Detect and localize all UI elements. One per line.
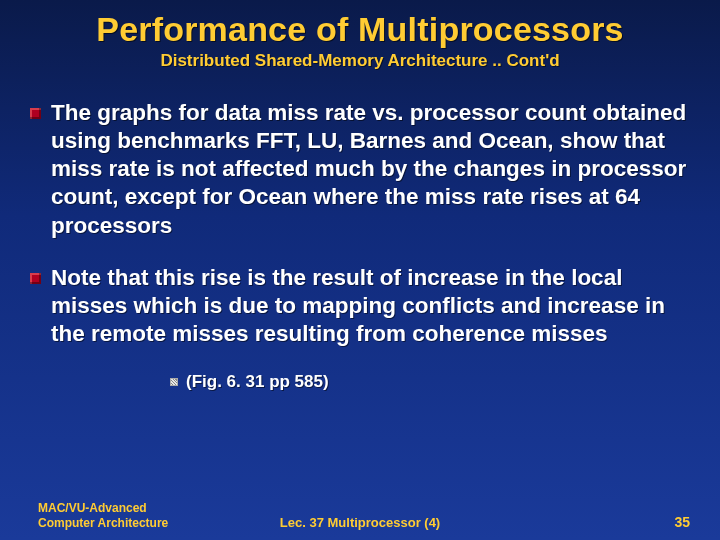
footer-left: MAC/VU-Advanced Computer Architecture [38, 501, 198, 530]
slide-number: 35 [674, 514, 690, 530]
square-bullet-icon [30, 273, 41, 284]
slide-content: The graphs for data miss rate vs. proces… [20, 99, 700, 392]
square-bullet-icon [30, 108, 41, 119]
bullet-item: The graphs for data miss rate vs. proces… [30, 99, 692, 240]
footer-center: Lec. 37 Multiprocessor (4) [280, 515, 440, 530]
slide-footer: MAC/VU-Advanced Computer Architecture Le… [0, 501, 720, 530]
sub-bullet-text: (Fig. 6. 31 pp 585) [186, 372, 329, 392]
bullet-item: Note that this rise is the result of inc… [30, 264, 692, 348]
slide-title: Performance of Multiprocessors [20, 10, 700, 49]
slide-subtitle: Distributed Shared-Memory Architecture .… [20, 51, 700, 71]
bullet-text: The graphs for data miss rate vs. proces… [51, 99, 692, 240]
bullet-text: Note that this rise is the result of inc… [51, 264, 692, 348]
sub-bullet-item: (Fig. 6. 31 pp 585) [170, 372, 692, 392]
pattern-bullet-icon [170, 378, 178, 386]
slide: Performance of Multiprocessors Distribut… [0, 0, 720, 540]
